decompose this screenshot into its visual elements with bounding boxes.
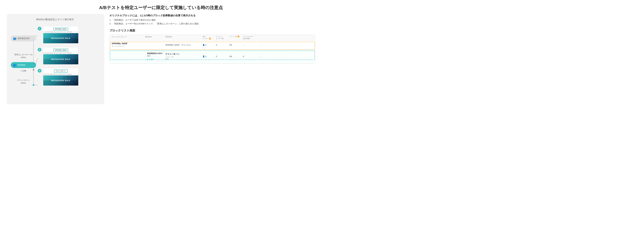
- page-title: A/Bテストを特定ユーザーに限定して実施している時の注意点: [0, 0, 322, 14]
- screen-image-2: MIDSEASON SALE: [43, 54, 78, 64]
- screen-mockup-1: APPAREL SHOP SALENEWWOMENMENKIDSBRANDPIC…: [43, 26, 78, 44]
- first-visit-badge: 👥 初回来訪: [11, 62, 36, 68]
- block-name-1: APPAREL SHOP: [112, 42, 145, 45]
- block-rate-1: 0%: [230, 44, 243, 46]
- screen-number-2: 2: [38, 48, 42, 52]
- screen-sale-text-2: MIDSEASON SALE: [51, 58, 70, 60]
- block-goal-2: 0: [243, 56, 260, 58]
- screen-sale-text-3: MIDSEASON SALE: [51, 80, 70, 82]
- explanation-list: 「初回来訪」ユーザー以外で表示された場合 「初回来訪」ユーザー向けのA/Bテスト…: [110, 18, 315, 25]
- block-condition-2: 初回来訪向けABテスト 公開中: [145, 51, 166, 62]
- left-panel: Blocksの配信設定とサイト側の表示: [7, 14, 104, 104]
- block-goal-1: …: [243, 44, 260, 46]
- screen-badge-1: APPAREL SHOP: [53, 28, 68, 30]
- user-nodes: 👥 初回来訪以外 変更なしのパターンA(50%) 👥 初回来訪: [11, 24, 36, 100]
- screen-number-1: 1: [38, 27, 42, 30]
- test-pattern-label: テストパターン(50%): [11, 79, 36, 84]
- block-sub-1: タイトルテキスト: [112, 45, 145, 48]
- explanation-title: オリジナルブロックには、1と2の時のブロック効果数値の合算で表示される: [110, 14, 315, 17]
- header-goal-users: ゴールユーザー(表示後)数: [243, 36, 260, 40]
- screen-mockup-2: APPAREL SHOP SALENEWWOMENMENKIDSBRANDPIC…: [43, 47, 78, 64]
- pattern-a-label: 変更なしのパターンA(50%): [11, 53, 36, 59]
- screen-badge-3: テストパターン: [54, 70, 68, 73]
- screen-badge-2: APPAREL SHOP: [53, 49, 68, 52]
- ab-test-box: 初回来訪向けABテスト 公開中: [145, 51, 166, 62]
- explanation-item-2: 「初回来訪」ユーザー向けのA/Bテストで、「変更なしのパターン」に割り振られた場…: [110, 22, 315, 25]
- block-change-1: APPAREL SHOP オリジナル: [166, 44, 202, 46]
- screen-header-2: APPAREL SHOP: [43, 47, 78, 52]
- users-icon: 👥: [13, 37, 16, 40]
- block-click-2: 0: [216, 56, 230, 58]
- node-first-visit: 👥 初回来訪: [11, 62, 36, 68]
- screen-item-3: 3 テストパターン SALENEWWOMENMENKIDSBRANDPICKUP…: [38, 68, 78, 86]
- header-display-users: 表示ユーザー 🔽: [202, 36, 216, 40]
- screen-mockup-3: テストパターン SALENEWWOMENMENKIDSBRANDPICKUPCO…: [43, 68, 78, 86]
- ab-test-name: 初回来訪向けABテスト: [147, 52, 164, 57]
- screen-nav-3: SALENEWWOMENMENKIDSBRANDPICKUPCOORDINATE: [43, 73, 78, 76]
- header-more: [260, 36, 265, 40]
- non-first-visit-label: 初回来訪以外: [18, 37, 30, 40]
- explanation-item-1: 「初回来訪」ユーザー以外で表示された場合: [110, 18, 315, 22]
- non-first-visit-badge: 👥 初回来訪以外: [11, 36, 36, 42]
- screen-image-1: MIDSEASON SALE: [43, 33, 78, 43]
- block-more-2[interactable]: …: [260, 55, 265, 58]
- ab-test-status-label: 公開中: [149, 58, 154, 60]
- block-list-title: ブロックリスト画面: [110, 28, 315, 32]
- explanation-section: オリジナルブロックには、1と2の時のブロック効果数値の合算で表示される 「初回来…: [110, 14, 315, 25]
- first-visit-label: 初回来訪: [18, 64, 26, 66]
- block-change-2: テストパターン パターンA50%: [166, 53, 202, 60]
- block-display-1: 👤 0: [202, 44, 216, 46]
- test-pattern-name: テストパターン: [166, 53, 202, 56]
- header-change: 変更内容: [166, 36, 202, 40]
- ni-gosu-label: に合数: [11, 69, 36, 72]
- header-click-rate: クリック率 🔽: [230, 36, 243, 40]
- block-list-header: オリジナルブロック 配信条件 変更内容 表示ユーザー 🔽 クリックユーザー数 ク…: [110, 35, 315, 41]
- status-dot: [147, 59, 148, 60]
- diagram-area: 👥 初回来訪以外 変更なしのパターンA(50%) 👥 初回来訪: [11, 24, 99, 100]
- header-click-users: クリックユーザー数: [216, 36, 230, 40]
- screen-image-3: MIDSEASON SALE: [43, 76, 78, 86]
- header-original-block: オリジナルブロック: [112, 36, 145, 40]
- block-rate-2: 0%: [230, 56, 243, 58]
- screen-header-3: テストパターン: [43, 68, 78, 73]
- block-click-1: 0: [216, 44, 230, 46]
- users-icon-2: 👥: [13, 64, 16, 67]
- test-pattern-sub: パターンA50%: [166, 56, 202, 60]
- header-condition: 配信条件: [145, 36, 166, 40]
- block-list-panel: オリジナルブロック 配信条件 変更内容 表示ユーザー 🔽 クリックユーザー数 ク…: [110, 34, 315, 64]
- screens-list: 1 APPAREL SHOP SALENEWWOMENMENKIDSBRANDP…: [36, 24, 78, 100]
- screen-number-3: 3: [38, 69, 42, 72]
- right-panel: オリジナルブロックには、1と2の時のブロック効果数値の合算で表示される 「初回来…: [110, 14, 315, 104]
- screen-nav-2: SALENEWWOMENMENKIDSBRANDPICKUPCOORDINATE: [43, 52, 78, 54]
- ab-test-status: 公開中: [147, 58, 154, 60]
- node-non-first-visit: 👥 初回来訪以外: [11, 36, 36, 42]
- left-panel-title: Blocksの配信設定とサイト側の表示: [11, 18, 99, 21]
- screen-header-1: APPAREL SHOP: [43, 26, 78, 31]
- screen-item-1: 1 APPAREL SHOP SALENEWWOMENMENKIDSBRANDP…: [38, 26, 78, 44]
- screen-item-2: 2 APPAREL SHOP SALENEWWOMENMENKIDSBRANDP…: [38, 47, 78, 64]
- block-cell-name-1: APPAREL SHOP タイトルテキスト: [112, 42, 145, 48]
- block-display-2: 👤 0: [202, 56, 216, 58]
- block-list-row-1: APPAREL SHOP タイトルテキスト APPAREL SHOP オリジナル…: [110, 41, 315, 49]
- screen-nav-1: SALENEWWOMENMENKIDSBRANDPICKUPCOORDINATE: [43, 31, 78, 33]
- block-more-1[interactable]: …: [260, 44, 265, 46]
- screen-sale-text-1: MIDSEASON SALE: [51, 37, 70, 39]
- block-list-row-2: 初回来訪向けABテスト 公開中 テストパターン パターンA50% 👤 0 0 0…: [110, 49, 315, 64]
